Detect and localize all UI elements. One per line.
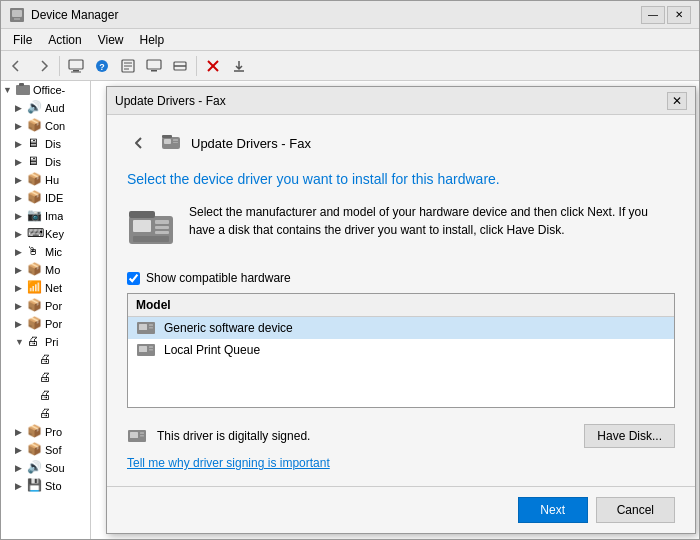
tree-item-key[interactable]: ▶ ⌨ Key (1, 225, 90, 243)
properties-button[interactable] (116, 54, 140, 78)
dialog-header-title: Update Drivers - Fax (191, 136, 311, 151)
svg-rect-12 (147, 60, 161, 69)
dialog-header: Update Drivers - Fax (127, 131, 675, 155)
minimize-button[interactable]: — (641, 6, 665, 24)
dialog-close-button[interactable]: ✕ (667, 92, 687, 110)
svg-rect-31 (129, 211, 155, 218)
fax-large-icon (127, 203, 175, 251)
tree-item-pri-4[interactable]: 🖨 (1, 405, 90, 423)
menu-view[interactable]: View (90, 31, 132, 49)
svg-rect-36 (149, 327, 153, 329)
tree-item-sto[interactable]: ▶ 💾 Sto (1, 477, 90, 495)
menu-help[interactable]: Help (132, 31, 173, 49)
tree-item-pri-2[interactable]: 🖨 (1, 369, 90, 387)
svg-rect-23 (173, 139, 178, 141)
tree-item-pri-1[interactable]: 🖨 (1, 351, 90, 369)
model-item-local-print[interactable]: Local Print Queue (128, 339, 674, 361)
toolbar: ? (1, 51, 699, 81)
tree-item-ide[interactable]: ▶ 📦 IDE (1, 189, 90, 207)
svg-rect-38 (139, 346, 147, 352)
svg-rect-27 (133, 220, 151, 232)
model-label-generic: Generic software device (164, 321, 293, 335)
remove-button[interactable] (201, 54, 225, 78)
dialog-info-section: Select the manufacturer and model of you… (127, 203, 675, 251)
svg-rect-25 (162, 135, 172, 138)
svg-rect-44 (140, 435, 144, 437)
tree-item-net[interactable]: ▶ 📶 Net (1, 279, 90, 297)
svg-rect-4 (73, 70, 79, 72)
model-label-local-print: Local Print Queue (164, 343, 260, 357)
next-button[interactable]: Next (518, 497, 588, 523)
menu-bar: File Action View Help (1, 29, 699, 51)
dialog-info-text: Select the manufacturer and model of you… (189, 203, 675, 239)
dialog-footer: Next Cancel (107, 486, 695, 533)
menu-file[interactable]: File (5, 31, 40, 49)
model-icon-generic (136, 320, 156, 336)
dialog-body: Update Drivers - Fax Select the device d… (107, 115, 695, 486)
model-icon-local-print (136, 342, 156, 358)
svg-rect-35 (149, 324, 153, 326)
signing-link-row: Tell me why driver signing is important (127, 456, 675, 470)
have-disk-button[interactable]: Have Disk... (584, 424, 675, 448)
tree-item-dis2[interactable]: ▶ 🖥 Dis (1, 153, 90, 171)
tree-item-hu[interactable]: ▶ 📦 Hu (1, 171, 90, 189)
driver-info-left: This driver is digitally signed. (127, 428, 310, 444)
fax-header-icon (161, 133, 181, 153)
svg-rect-42 (130, 432, 138, 438)
signing-link[interactable]: Tell me why driver signing is important (127, 456, 330, 470)
svg-rect-1 (12, 10, 22, 17)
show-compatible-label[interactable]: Show compatible hardware (146, 271, 291, 285)
svg-rect-39 (149, 346, 153, 348)
svg-text:?: ? (99, 62, 105, 72)
right-panel: Update Drivers - Fax ✕ (91, 81, 699, 539)
tree-item-pri[interactable]: ▼ 🖨 Pri (1, 333, 90, 351)
show-compatible-checkbox[interactable] (127, 272, 140, 285)
driver-info-row: This driver is digitally signed. Have Di… (127, 424, 675, 448)
tree-arrow-root: ▼ (3, 85, 15, 95)
computer-button[interactable] (64, 54, 88, 78)
scan-button[interactable] (168, 54, 192, 78)
tree-root[interactable]: ▼ Office- (1, 81, 90, 99)
tree-item-audio[interactable]: ▶ 🔊 Aud (1, 99, 90, 117)
driver-signed-text: This driver is digitally signed. (157, 429, 310, 443)
tree-item-mic[interactable]: ▶ 🖱 Mic (1, 243, 90, 261)
svg-rect-3 (69, 60, 83, 69)
model-list-container: Model (127, 293, 675, 408)
main-content: ▼ Office- ▶ 🔊 Aud ▶ 📦 Con ▶ 🖥 Dis (1, 81, 699, 539)
back-button[interactable] (5, 54, 29, 78)
dialog-title-bar: Update Drivers - Fax ✕ (107, 87, 695, 115)
svg-rect-24 (173, 142, 178, 143)
close-button[interactable]: ✕ (667, 6, 691, 24)
svg-rect-29 (155, 226, 169, 229)
title-bar: Device Manager — ✕ (1, 1, 699, 29)
tree-item-pri-3[interactable]: 🖨 (1, 387, 90, 405)
tree-item-sof[interactable]: ▶ 📦 Sof (1, 441, 90, 459)
model-item-generic[interactable]: Generic software device (128, 317, 674, 339)
forward-button[interactable] (31, 54, 55, 78)
tree-item-con[interactable]: ▶ 📦 Con (1, 117, 90, 135)
window-title: Device Manager (31, 8, 641, 22)
help-button[interactable]: ? (90, 54, 114, 78)
svg-rect-13 (151, 70, 157, 72)
dialog-back-button[interactable] (127, 131, 151, 155)
tree-item-sou[interactable]: ▶ 🔊 Sou (1, 459, 90, 477)
device-tree: ▼ Office- ▶ 🔊 Aud ▶ 📦 Con ▶ 🖥 Dis (1, 81, 91, 539)
tree-item-mo[interactable]: ▶ 📦 Mo (1, 261, 90, 279)
cancel-button[interactable]: Cancel (596, 497, 675, 523)
download-button[interactable] (227, 54, 251, 78)
update-drivers-dialog: Update Drivers - Fax ✕ (106, 86, 696, 534)
svg-rect-22 (164, 139, 171, 144)
model-list: Generic software device (128, 317, 674, 407)
svg-rect-28 (155, 220, 169, 224)
tree-item-pro[interactable]: ▶ 📦 Pro (1, 423, 90, 441)
menu-action[interactable]: Action (40, 31, 89, 49)
monitor-button[interactable] (142, 54, 166, 78)
svg-rect-34 (139, 324, 147, 330)
tree-item-ima[interactable]: ▶ 📷 Ima (1, 207, 90, 225)
svg-rect-20 (19, 83, 24, 86)
tree-item-por2[interactable]: ▶ 📦 Por (1, 315, 90, 333)
svg-rect-30 (155, 231, 169, 234)
dialog-main-title: Select the device driver you want to ins… (127, 171, 675, 187)
tree-item-dis1[interactable]: ▶ 🖥 Dis (1, 135, 90, 153)
tree-item-por1[interactable]: ▶ 📦 Por (1, 297, 90, 315)
